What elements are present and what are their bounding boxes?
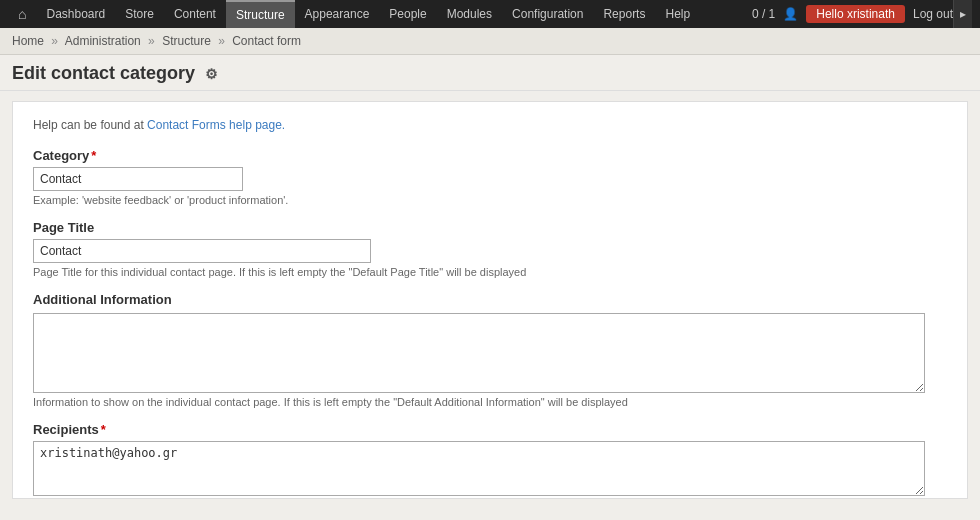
top-navigation: ⌂ Dashboard Store Content Structure Appe…: [0, 0, 980, 28]
page-title-input[interactable]: [33, 239, 371, 263]
nav-appearance[interactable]: Appearance: [295, 0, 380, 28]
help-link[interactable]: Contact Forms help page.: [147, 118, 285, 132]
breadcrumb-sep-1: »: [51, 34, 58, 48]
additional-info-group: Additional Information Information to sh…: [33, 292, 947, 408]
nav-right-section: 0 / 1 👤 Hello xristinath Log out: [752, 5, 953, 23]
recipients-required: *: [101, 422, 106, 437]
breadcrumb-contact-form[interactable]: Contact form: [232, 34, 301, 48]
user-icon: 👤: [783, 7, 798, 21]
help-text: Help can be found at Contact Forms help …: [33, 118, 947, 132]
nav-arrow[interactable]: ▸: [953, 0, 972, 28]
nav-reports[interactable]: Reports: [593, 0, 655, 28]
main-content: Help can be found at Contact Forms help …: [12, 101, 968, 499]
breadcrumb: Home » Administration » Structure » Cont…: [0, 28, 980, 55]
nav-store[interactable]: Store: [115, 0, 164, 28]
category-hint: Example: 'website feedback' or 'product …: [33, 194, 947, 206]
nav-people[interactable]: People: [379, 0, 436, 28]
page-title-hint: Page Title for this individual contact p…: [33, 266, 947, 278]
nav-help[interactable]: Help: [655, 0, 700, 28]
page-title: Edit contact category: [12, 63, 195, 84]
breadcrumb-sep-3: »: [218, 34, 225, 48]
breadcrumb-structure[interactable]: Structure: [162, 34, 211, 48]
nav-structure[interactable]: Structure: [226, 0, 295, 28]
additional-info-label: Additional Information: [33, 292, 947, 307]
page-title-area: Edit contact category ⚙: [0, 55, 980, 91]
gear-icon[interactable]: ⚙: [203, 66, 219, 82]
breadcrumb-admin[interactable]: Administration: [65, 34, 141, 48]
breadcrumb-sep-2: »: [148, 34, 155, 48]
nav-content[interactable]: Content: [164, 0, 226, 28]
nav-modules[interactable]: Modules: [437, 0, 502, 28]
category-required: *: [91, 148, 96, 163]
additional-info-textarea[interactable]: [33, 313, 925, 393]
logout-link[interactable]: Log out: [913, 7, 953, 21]
user-count: 0 / 1: [752, 7, 775, 21]
additional-info-hint: Information to show on the individual co…: [33, 396, 947, 408]
category-label: Category*: [33, 148, 947, 163]
page-title-group: Page Title Page Title for this individua…: [33, 220, 947, 278]
category-group: Category* Example: 'website feedback' or…: [33, 148, 947, 206]
category-input[interactable]: [33, 167, 243, 191]
recipients-textarea[interactable]: xristinath@yahoo.gr: [33, 441, 925, 496]
home-icon: ⌂: [18, 6, 26, 22]
hello-badge[interactable]: Hello xristinath: [806, 5, 905, 23]
page-title-label: Page Title: [33, 220, 947, 235]
nav-home[interactable]: ⌂: [8, 0, 36, 28]
nav-configuration[interactable]: Configuration: [502, 0, 593, 28]
nav-dashboard[interactable]: Dashboard: [36, 0, 115, 28]
recipients-label: Recipients*: [33, 422, 947, 437]
recipients-group: Recipients* xristinath@yahoo.gr: [33, 422, 947, 496]
breadcrumb-home[interactable]: Home: [12, 34, 44, 48]
